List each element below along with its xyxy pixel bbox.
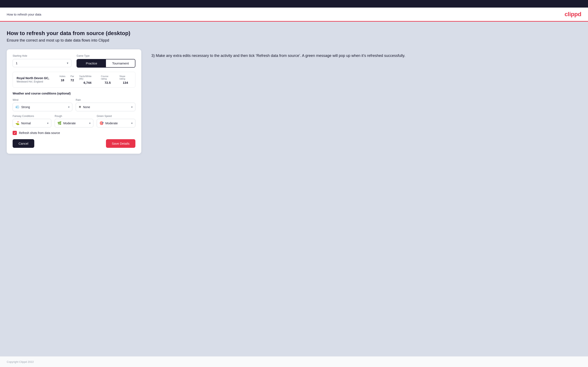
game-type-label: Game Type	[77, 54, 135, 57]
rain-arrow-icon: ▼	[131, 106, 133, 108]
slope-rating-value: 134	[123, 81, 128, 84]
page-heading: How to refresh your data from source (de…	[7, 30, 581, 37]
par-stat: Par 72	[70, 75, 74, 84]
starting-hole-group: Starting Hole 1 10 ▼	[13, 54, 71, 68]
clippd-logo: clippd	[565, 11, 581, 18]
fairway-group: Fairway Conditions ⛳ Normal ▼	[13, 115, 51, 127]
starting-hole-select-wrapper[interactable]: 1 10 ▼	[13, 59, 71, 67]
rough-select[interactable]: 🌿 Moderate ▼	[55, 119, 93, 127]
slope-rating-stat: Slope rating 134	[119, 75, 131, 84]
instruction-text: 3) Make any extra edits necessary to the…	[151, 53, 581, 59]
form-top-section: Starting Hole 1 10 ▼ Game Type Practice …	[13, 54, 135, 68]
rain-value: None	[83, 105, 128, 109]
yards-value: 6,744	[83, 81, 91, 84]
green-speed-icon: 🎯	[99, 121, 104, 125]
game-type-toggle: Practice Tournament	[77, 59, 135, 68]
slope-rating-label: Slope rating	[119, 75, 131, 80]
form-card: Starting Hole 1 10 ▼ Game Type Practice …	[7, 49, 141, 154]
par-value: 72	[70, 78, 74, 82]
rough-arrow-icon: ▼	[89, 122, 91, 125]
starting-hole-label: Starting Hole	[13, 54, 71, 57]
refresh-checkbox-row: ✓ Refresh shots from data source	[13, 131, 135, 135]
header-breadcrumb: How to refresh your data	[7, 13, 41, 16]
wind-label: Wind	[13, 99, 72, 101]
rough-icon: 🌿	[57, 121, 62, 125]
page-subheading: Ensure the correct and most up to date d…	[7, 38, 581, 43]
footer: Copyright Clippd 2022	[0, 356, 588, 367]
fairway-label: Fairway Conditions	[13, 115, 51, 117]
green-speed-label: Green Speed	[97, 115, 135, 117]
wind-arrow-icon: ▼	[68, 106, 70, 108]
course-info-box: Royal North Devon GC, Westward Ho!, Engl…	[13, 72, 135, 88]
wind-icon: 💨	[15, 105, 19, 109]
yards-stat: Yards/White (M)) 6,744	[79, 75, 96, 84]
footer-copyright: Copyright Clippd 2022	[7, 360, 34, 363]
course-rating-value: 72.5	[104, 81, 111, 84]
rain-select[interactable]: ☀ None ▼	[76, 103, 135, 111]
holes-label: Holes	[60, 75, 65, 77]
rough-label: Rough	[55, 115, 93, 117]
course-rating-stat: Course rating 72.5	[101, 75, 114, 84]
green-speed-group: Green Speed 🎯 Moderate ▼	[97, 115, 135, 127]
game-type-group: Game Type Practice Tournament	[77, 54, 135, 68]
form-actions: Cancel Save Details	[13, 139, 135, 148]
fairway-arrow-icon: ▼	[47, 122, 49, 125]
rough-value: Moderate	[63, 122, 86, 125]
rain-icon: ☀	[78, 105, 81, 109]
tournament-button[interactable]: Tournament	[106, 59, 135, 67]
course-name: Royal North Devon GC,	[17, 76, 54, 80]
save-details-button[interactable]: Save Details	[106, 139, 135, 148]
yards-label: Yards/White (M))	[79, 75, 96, 80]
holes-value: 18	[61, 78, 64, 82]
course-name-section: Royal North Devon GC, Westward Ho!, Engl…	[17, 76, 54, 83]
rain-label: Rain	[76, 99, 135, 101]
starting-hole-select[interactable]: 1 10	[13, 59, 71, 67]
main-content: How to refresh your data from source (de…	[0, 22, 588, 356]
cancel-button[interactable]: Cancel	[13, 139, 34, 148]
refresh-label: Refresh shots from data source	[19, 131, 60, 134]
rough-group: Rough 🌿 Moderate ▼	[55, 115, 93, 127]
conditions-title: Weather and course conditions (optional)	[13, 92, 135, 95]
refresh-checkbox[interactable]: ✓	[13, 131, 17, 135]
green-speed-arrow-icon: ▼	[131, 122, 133, 125]
fairway-value: Normal	[21, 122, 43, 125]
course-rating-label: Course rating	[101, 75, 114, 80]
course-stats: Holes 18 Par 72 Yards/White (M)) 6,744 C…	[60, 75, 131, 84]
wind-group: Wind 💨 Strong ▼	[13, 99, 72, 111]
fairway-select[interactable]: ⛳ Normal ▼	[13, 119, 51, 127]
wind-value: Strong	[21, 105, 65, 109]
content-row: Starting Hole 1 10 ▼ Game Type Practice …	[7, 49, 581, 154]
top-bar	[0, 0, 588, 8]
par-label: Par	[70, 75, 74, 77]
course-location: Westward Ho!, England	[17, 80, 54, 83]
checkmark-icon: ✓	[14, 131, 16, 134]
wind-select[interactable]: 💨 Strong ▼	[13, 103, 72, 111]
wind-rain-row: Wind 💨 Strong ▼ Rain ☀ None ▼	[13, 99, 135, 111]
green-speed-value: Moderate	[105, 122, 128, 125]
fairway-rough-green-row: Fairway Conditions ⛳ Normal ▼ Rough 🌿 Mo…	[13, 115, 135, 127]
rain-group: Rain ☀ None ▼	[76, 99, 135, 111]
holes-stat: Holes 18	[60, 75, 65, 84]
header: How to refresh your data clippd	[0, 8, 588, 22]
fairway-icon: ⛳	[15, 121, 19, 125]
green-speed-select[interactable]: 🎯 Moderate ▼	[97, 119, 135, 127]
practice-button[interactable]: Practice	[77, 59, 106, 67]
instruction-panel: 3) Make any extra edits necessary to the…	[151, 49, 581, 59]
